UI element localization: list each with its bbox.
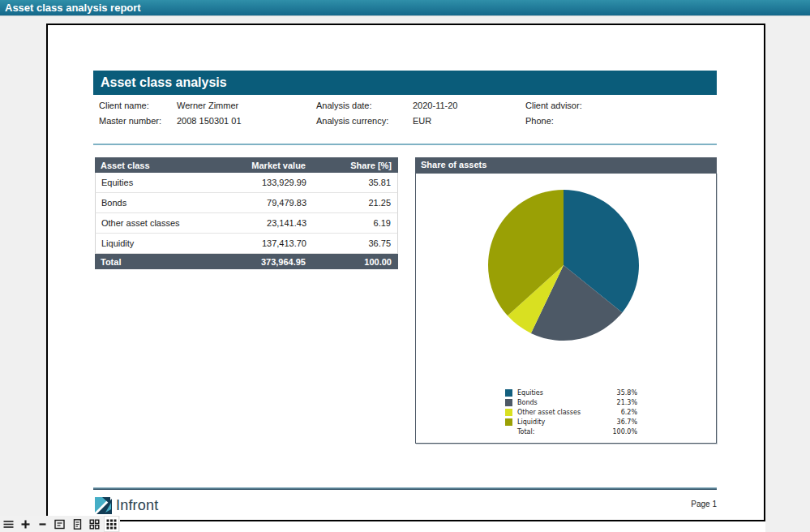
pie-legend: Equities35.8%Bonds21.3%Other asset class…	[505, 388, 637, 436]
zoom-out-icon[interactable]	[36, 517, 49, 531]
asset-table-header: Asset class Market value Share [%]	[95, 157, 398, 173]
table-cell: 35.81	[306, 178, 397, 187]
legend-label: Other asset classes	[517, 409, 605, 416]
legend-label: Equities	[517, 389, 605, 397]
legend-row: Equities35.8%	[505, 388, 637, 397]
legend-swatch	[505, 399, 512, 406]
analysis-date-label: Analysis date:	[316, 101, 371, 110]
table-cell: 133,929.99	[234, 178, 306, 187]
single-page-icon[interactable]	[71, 517, 84, 531]
legend-label: Liquidity	[517, 418, 605, 426]
report-page: Asset class analysis Client name: Werner…	[46, 24, 765, 521]
legend-label: Total:	[517, 428, 605, 435]
legend-percentage: 35.8%	[605, 389, 637, 397]
chart-header-bar: Share of assets	[415, 157, 717, 173]
analysis-currency-label: Analysis currency:	[316, 116, 388, 126]
total-share: 100.00	[306, 257, 398, 267]
table-cell: 21.25	[306, 198, 397, 208]
table-cell: Bonds	[96, 198, 234, 208]
legend-percentage: 6.2%	[605, 409, 637, 416]
master-number-label: Master number:	[99, 116, 161, 126]
client-name-value: Werner Zimmer	[177, 101, 238, 110]
window-title: Asset class analysis report	[5, 2, 141, 14]
menu-icon[interactable]	[2, 517, 15, 531]
table-cell: 137,413.70	[234, 238, 306, 248]
report-header-bar: Asset class analysis	[93, 71, 717, 95]
brand-footer: Infront	[95, 496, 158, 514]
report-title: Asset class analysis	[101, 75, 227, 89]
col-header-share: Share [%]	[306, 161, 398, 170]
table-row: Liquidity137,413.7036.75	[95, 234, 398, 254]
share-of-assets-panel: Share of assets Equities35.8%Bonds21.3%O…	[415, 157, 717, 444]
footer-divider-line	[93, 487, 717, 490]
asset-class-table: Asset class Market value Share [%] Equit…	[95, 157, 398, 269]
legend-swatch	[505, 389, 512, 397]
total-label: Total	[95, 257, 233, 267]
table-cell: Other asset classes	[96, 218, 234, 228]
asset-table-rows: Equities133,929.9935.81Bonds79,479.8321.…	[95, 173, 398, 254]
total-market-value: 373,964.95	[233, 257, 306, 267]
chart-title: Share of assets	[421, 160, 486, 169]
legend-row: Liquidity36.7%	[505, 417, 637, 427]
col-header-asset-class: Asset class	[95, 161, 233, 170]
col-header-market-value: Market value	[233, 161, 306, 170]
header-divider-line	[93, 144, 717, 145]
legend-row: Bonds21.3%	[505, 397, 637, 407]
table-row: Equities133,929.9935.81	[95, 173, 398, 193]
master-number-value: 2008 150301 01	[177, 116, 242, 126]
client-name-label: Client name:	[99, 101, 149, 110]
analysis-currency-value: EUR	[413, 116, 431, 126]
table-cell: 6.19	[306, 218, 397, 228]
chart-body: Equities35.8%Bonds21.3%Other asset class…	[415, 173, 717, 444]
window-title-bar[interactable]: Asset class analysis report	[0, 0, 810, 16]
legend-label: Bonds	[517, 399, 605, 406]
fit-page-icon[interactable]	[53, 517, 66, 531]
analysis-date-value: 2020-11-20	[413, 101, 457, 110]
table-cell: 23,141.43	[234, 218, 306, 228]
table-row: Bonds79,479.8321.25	[95, 193, 398, 213]
table-cell: Equities	[96, 178, 234, 187]
page-number: Page 1	[668, 500, 717, 508]
legend-percentage: 100.0%	[605, 428, 637, 435]
app-window: { "window": { "title": "Asset class anal…	[0, 0, 810, 532]
page-grid-icon[interactable]	[88, 517, 101, 531]
legend-swatch-empty	[505, 428, 512, 435]
legend-row: Total:100.0%	[505, 427, 637, 436]
legend-swatch	[505, 409, 512, 416]
infront-logo-icon	[95, 497, 112, 514]
brand-name: Infront	[116, 497, 158, 514]
viewer-toolbar	[0, 516, 120, 532]
table-cell: 79,479.83	[234, 198, 306, 208]
legend-swatch	[505, 418, 512, 426]
thumbnails-icon[interactable]	[105, 517, 118, 531]
client-advisor-label: Client advisor:	[525, 101, 582, 110]
legend-row: Other asset classes6.2%	[505, 407, 637, 417]
phone-label: Phone:	[525, 116, 554, 126]
table-row: Other asset classes23,141.436.19	[95, 213, 398, 234]
legend-percentage: 21.3%	[605, 399, 637, 406]
zoom-in-icon[interactable]	[19, 517, 32, 531]
table-cell: Liquidity	[96, 238, 234, 248]
table-cell: 36.75	[306, 238, 397, 248]
legend-percentage: 36.7%	[605, 418, 637, 426]
asset-table-total-row: Total 373,964.95 100.00	[95, 254, 398, 269]
